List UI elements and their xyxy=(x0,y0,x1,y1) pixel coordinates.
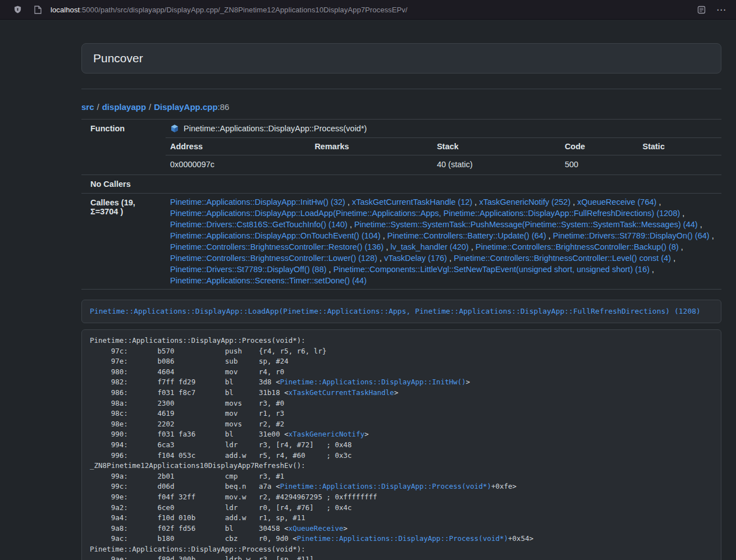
callees-label: Callees (19, Σ=3704 ) xyxy=(81,194,166,290)
callee-separator: , xyxy=(377,254,384,263)
callee-link[interactable]: xTaskGenericNotify (252) xyxy=(479,198,570,206)
highlighted-symbol-link[interactable]: Pinetime::Applications::DisplayApp::Load… xyxy=(90,307,701,315)
callee-separator: , xyxy=(546,231,553,240)
callee-link[interactable]: Pinetime::Controllers::BrightnessControl… xyxy=(170,254,377,263)
callees-list: Pinetime::Applications::DisplayApp::Init… xyxy=(166,194,721,290)
callee-link[interactable]: Pinetime::Drivers::Cst816S::GetTouchInfo… xyxy=(170,220,348,229)
callee-separator: , xyxy=(447,254,454,263)
callers-row: No Callers xyxy=(81,175,721,194)
callee-separator: , xyxy=(348,220,354,229)
callee-link[interactable]: xTaskGetCurrentTaskHandle (12) xyxy=(352,198,472,206)
page-content: Puncover src/displayapp/DisplayApp.cpp:8… xyxy=(81,43,721,560)
callee-separator: , xyxy=(383,242,390,251)
page-title: Puncover xyxy=(93,52,710,65)
browser-menu-icon[interactable]: ⋯ xyxy=(714,5,728,15)
shield-icon[interactable] xyxy=(10,2,25,17)
stats-table: AddressRemarksStackCodeStatic 0x0000097c… xyxy=(166,137,721,175)
stats-row: AddressRemarksStackCodeStatic 0x0000097c… xyxy=(81,137,721,175)
app-header: Puncover xyxy=(81,43,721,74)
callee-link[interactable]: Pinetime::Applications::DisplayApp::OnTo… xyxy=(170,231,381,240)
no-callers-label: No Callers xyxy=(81,175,166,194)
breadcrumb: src/displayapp/DisplayApp.cpp:86 xyxy=(81,102,721,112)
stats-value-row: 0x0000097c40 (static)500 xyxy=(166,155,721,175)
asm-symbol-link[interactable]: xTaskGetCurrentTaskHandle xyxy=(289,388,394,397)
asm-symbol-link[interactable]: Pinetime::Applications::DisplayApp::Init… xyxy=(280,378,466,386)
breadcrumb-link-src[interactable]: src xyxy=(81,102,94,112)
callee-separator: , xyxy=(570,198,577,206)
callee-link[interactable]: Pinetime::Components::LittleVgl::SetNewT… xyxy=(333,265,650,274)
stats-cell: 0x0000097c xyxy=(166,155,310,175)
callee-link[interactable]: lv_task_handler (420) xyxy=(390,242,468,251)
function-type-icon xyxy=(170,124,179,133)
asm-symbol-link[interactable]: xTaskGenericNotify xyxy=(289,430,364,438)
page-info-icon[interactable] xyxy=(30,2,45,17)
breadcrumb-link-file[interactable]: DisplayApp.cpp xyxy=(154,102,217,112)
highlighted-symbol-box: Pinetime::Applications::DisplayApp::Load… xyxy=(81,300,721,323)
callee-link[interactable]: Pinetime::Applications::DisplayApp::Load… xyxy=(170,209,680,218)
stats-cell: 500 xyxy=(560,155,638,175)
callee-separator: , xyxy=(345,198,352,206)
stats-cell: 40 (static) xyxy=(432,155,560,175)
callee-separator: , xyxy=(680,209,684,218)
callee-link[interactable]: Pinetime::Controllers::BrightnessControl… xyxy=(476,242,679,251)
callee-separator: , xyxy=(650,265,654,274)
callee-link[interactable]: Pinetime::Applications::Screens::Timer::… xyxy=(170,276,367,285)
stats-cell xyxy=(638,155,721,175)
stats-column-header: Code xyxy=(560,138,638,155)
url-host: localhost xyxy=(51,6,80,14)
callee-link[interactable]: vTaskDelay (176) xyxy=(384,254,447,263)
stats-column-header: Address xyxy=(166,138,310,155)
browser-toolbar: localhost:5000/path/src/displayapp/Displ… xyxy=(0,0,736,20)
callee-link[interactable]: Pinetime::Applications::DisplayApp::Init… xyxy=(170,198,345,206)
callee-separator: , xyxy=(656,198,661,206)
function-name: Pinetime::Applications::DisplayApp::Proc… xyxy=(184,124,367,133)
stats-cell xyxy=(310,155,432,175)
stats-column-header: Stack xyxy=(432,138,560,155)
callee-link[interactable]: Pinetime::Controllers::BrightnessControl… xyxy=(170,242,383,251)
callee-separator: , xyxy=(469,242,476,251)
callee-separator: , xyxy=(381,231,387,240)
callee-link[interactable]: xQueueReceive (764) xyxy=(577,198,656,206)
callee-separator: , xyxy=(671,254,675,263)
url-bar[interactable]: localhost:5000/path/src/displayapp/Displ… xyxy=(51,6,688,14)
callees-row: Callees (19, Σ=3704 ) Pinetime::Applicat… xyxy=(81,194,721,290)
url-path: :5000/path/src/displayapp/DisplayApp.cpp… xyxy=(80,6,408,14)
callee-separator: , xyxy=(710,231,714,240)
callee-link[interactable]: Pinetime::Controllers::Battery::Update()… xyxy=(387,231,546,240)
callee-link[interactable]: Pinetime::Drivers::St7789::DisplayOn() (… xyxy=(553,231,710,240)
callee-link[interactable]: Pinetime::System::SystemTask::PushMessag… xyxy=(354,220,698,229)
callee-separator: , xyxy=(698,220,702,229)
breadcrumb-link-displayapp[interactable]: displayapp xyxy=(102,102,146,112)
stats-column-header: Remarks xyxy=(310,138,432,155)
divider xyxy=(81,89,721,89)
callee-link[interactable]: Pinetime::Controllers::BrightnessControl… xyxy=(454,254,671,263)
symbol-table: Function Pinetime::Applications::Display… xyxy=(81,119,721,290)
callee-separator: , xyxy=(472,198,479,206)
stats-column-header: Static xyxy=(638,138,721,155)
breadcrumb-line-number: :86 xyxy=(218,102,230,112)
disassembly-box: Pinetime::Applications::DisplayApp::Proc… xyxy=(81,329,721,560)
reader-mode-icon[interactable] xyxy=(694,2,708,17)
breadcrumb-separator: / xyxy=(146,102,154,112)
function-label: Function xyxy=(81,120,166,138)
asm-symbol-link[interactable]: Pinetime::Applications::DisplayApp::Proc… xyxy=(280,482,491,490)
function-row: Function Pinetime::Applications::Display… xyxy=(81,120,721,138)
callee-link[interactable]: Pinetime::Drivers::St7789::DisplayOff() … xyxy=(170,265,327,274)
breadcrumb-separator: / xyxy=(94,102,102,112)
callee-separator: , xyxy=(679,242,683,251)
stats-header-row: AddressRemarksStackCodeStatic xyxy=(166,138,721,155)
asm-symbol-link[interactable]: Pinetime::Applications::DisplayApp::Proc… xyxy=(297,534,508,543)
asm-symbol-link[interactable]: xQueueReceive xyxy=(289,524,344,533)
callee-separator: , xyxy=(327,265,333,274)
assembly-pre: Pinetime::Applications::DisplayApp::Proc… xyxy=(90,336,713,560)
